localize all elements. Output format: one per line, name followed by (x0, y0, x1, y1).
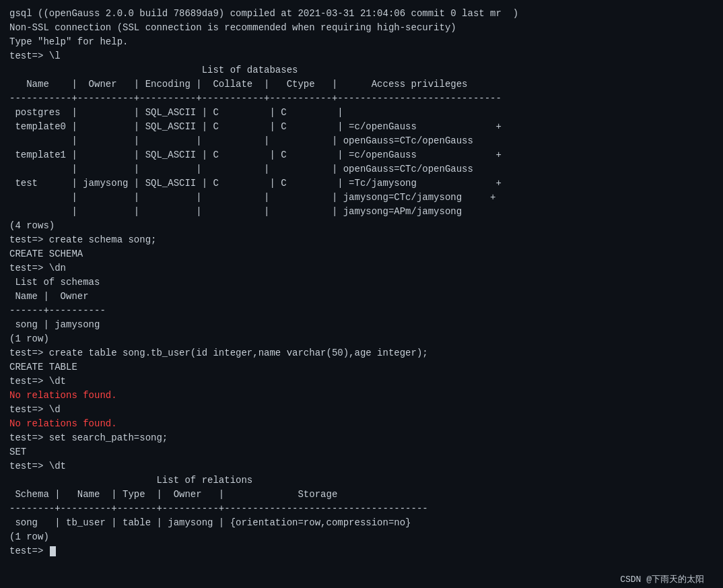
terminal-line: CREATE TABLE (9, 360, 714, 374)
terminal-line: CREATE SCHEMA (9, 247, 714, 261)
terminal-line: Non-SSL connection (SSL connection is re… (9, 21, 714, 35)
terminal-line: test=> \d (9, 403, 714, 417)
terminal-line: test=> create table song.tb_user(id inte… (9, 346, 714, 360)
terminal-line: ------+---------- (9, 304, 714, 318)
terminal-window: gsql ((openGauss 2.0.0 build 78689da9) c… (9, 7, 714, 588)
terminal-line: List of relations (9, 473, 714, 488)
terminal-line: -----------+----------+----------+------… (9, 92, 714, 106)
terminal-line: test=> \dt (9, 374, 714, 389)
terminal-line: (1 row) (9, 332, 714, 346)
terminal-line: (4 rows) (9, 219, 714, 233)
terminal-line: test=> create schema song; (9, 233, 714, 247)
terminal-line: song | tb_user | table | jamysong | {ori… (9, 516, 714, 530)
terminal-line: test=> \l (9, 49, 714, 63)
terminal-line: --------+---------+-------+----------+--… (9, 502, 714, 516)
terminal-line: No relations found. (9, 389, 714, 403)
terminal-line: | | | | | openGauss=CTc/openGauss (9, 162, 714, 176)
terminal-line: Name | Owner (9, 290, 714, 304)
terminal-line: Name | Owner | Encoding | Collate | Ctyp… (9, 77, 714, 92)
cursor-block (50, 546, 56, 556)
watermark: CSDN @下雨天的太阳 (620, 573, 704, 585)
terminal-line: template0 | | SQL_ASCII | C | C | =c/ope… (9, 120, 714, 134)
terminal-line: No relations found. (9, 417, 714, 431)
terminal-line: List of databases (9, 63, 714, 77)
terminal-line: test=> \dn (9, 261, 714, 275)
terminal-line: test=> \dt (9, 459, 714, 473)
terminal-line: | | | | | jamysong=CTc/jamysong + (9, 191, 714, 205)
terminal-line: template1 | | SQL_ASCII | C | C | =c/ope… (9, 148, 714, 162)
terminal-line: Type "help" for help. (9, 35, 714, 49)
terminal-line: (1 row) (9, 530, 714, 544)
terminal-line: List of schemas (9, 275, 714, 290)
terminal-line: test=> (9, 544, 714, 558)
terminal-line: test | jamysong | SQL_ASCII | C | C | =T… (9, 176, 714, 191)
terminal-content: gsql ((openGauss 2.0.0 build 78689da9) c… (9, 7, 714, 558)
terminal-line: | | | | | openGauss=CTc/openGauss (9, 134, 714, 148)
terminal-line: SET (9, 445, 714, 459)
terminal-line: | | | | | jamysong=APm/jamysong (9, 205, 714, 219)
terminal-line: test=> set search_path=song; (9, 431, 714, 445)
terminal-line: postgres | | SQL_ASCII | C | C | (9, 106, 714, 120)
terminal-line: Schema | Name | Type | Owner | Storage (9, 488, 714, 502)
terminal-line: gsql ((openGauss 2.0.0 build 78689da9) c… (9, 7, 714, 21)
terminal-line: song | jamysong (9, 318, 714, 332)
